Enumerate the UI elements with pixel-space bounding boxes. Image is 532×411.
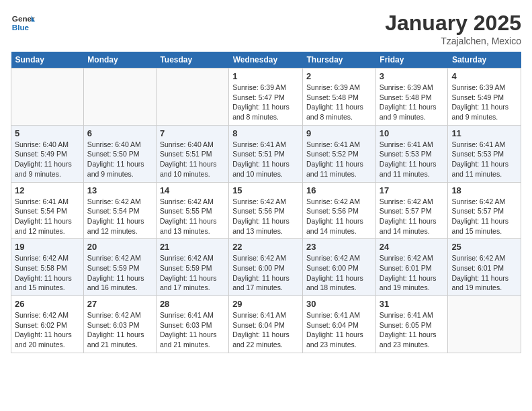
day-number: 18	[451, 185, 517, 195]
day-info: Sunrise: 6:41 AMSunset: 5:52 PMDaylight:…	[306, 140, 372, 179]
day-number: 27	[87, 299, 152, 309]
svg-text:Blue: Blue	[12, 23, 30, 32]
calendar-cell: 30Sunrise: 6:41 AMSunset: 6:04 PMDayligh…	[303, 296, 376, 353]
calendar-cell: 1Sunrise: 6:39 AMSunset: 5:47 PMDaylight…	[229, 68, 303, 126]
calendar-cell: 29Sunrise: 6:41 AMSunset: 6:04 PMDayligh…	[229, 296, 303, 353]
week-row-5: 26Sunrise: 6:42 AMSunset: 6:02 PMDayligh…	[11, 296, 521, 353]
day-number: 21	[160, 242, 225, 252]
calendar-cell: 12Sunrise: 6:41 AMSunset: 5:54 PMDayligh…	[11, 182, 84, 239]
location: Tzajalchen, Mexico	[385, 36, 521, 46]
day-number: 29	[232, 299, 299, 309]
day-number: 19	[15, 242, 80, 252]
calendar-cell: 27Sunrise: 6:42 AMSunset: 6:03 PMDayligh…	[83, 296, 156, 353]
calendar-cell: 28Sunrise: 6:41 AMSunset: 6:03 PMDayligh…	[156, 296, 228, 353]
day-number: 23	[306, 242, 372, 252]
day-number: 13	[87, 185, 152, 195]
calendar-cell: 9Sunrise: 6:41 AMSunset: 5:52 PMDaylight…	[303, 125, 376, 182]
day-info: Sunrise: 6:42 AMSunset: 5:54 PMDaylight:…	[87, 197, 152, 236]
day-info: Sunrise: 6:41 AMSunset: 6:03 PMDaylight:…	[160, 310, 225, 350]
calendar-cell: 20Sunrise: 6:42 AMSunset: 5:59 PMDayligh…	[83, 239, 156, 296]
title-block: January 2025 Tzajalchen, Mexico	[385, 11, 521, 46]
day-number: 26	[15, 299, 80, 309]
day-number: 31	[380, 299, 445, 309]
calendar-cell: 2Sunrise: 6:39 AMSunset: 5:48 PMDaylight…	[303, 68, 376, 126]
day-number: 6	[87, 128, 152, 138]
calendar-cell: 10Sunrise: 6:41 AMSunset: 5:53 PMDayligh…	[375, 125, 448, 182]
day-info: Sunrise: 6:39 AMSunset: 5:49 PMDaylight:…	[451, 83, 517, 122]
day-number: 1	[232, 71, 299, 81]
day-number: 16	[306, 185, 372, 195]
day-info: Sunrise: 6:39 AMSunset: 5:48 PMDaylight:…	[306, 83, 372, 122]
day-number: 5	[15, 128, 80, 138]
calendar-cell	[156, 68, 228, 126]
calendar-cell: 19Sunrise: 6:42 AMSunset: 5:58 PMDayligh…	[11, 239, 84, 296]
calendar-cell: 16Sunrise: 6:42 AMSunset: 5:56 PMDayligh…	[303, 182, 376, 239]
calendar-header-row: SundayMondayTuesdayWednesdayThursdayFrid…	[11, 52, 521, 68]
week-row-2: 5Sunrise: 6:40 AMSunset: 5:49 PMDaylight…	[11, 125, 521, 182]
calendar-cell: 3Sunrise: 6:39 AMSunset: 5:48 PMDaylight…	[375, 68, 448, 126]
calendar-cell: 21Sunrise: 6:42 AMSunset: 5:59 PMDayligh…	[156, 239, 228, 296]
day-info: Sunrise: 6:39 AMSunset: 5:48 PMDaylight:…	[380, 83, 445, 122]
logo: General Blue	[11, 11, 35, 35]
calendar-cell: 11Sunrise: 6:41 AMSunset: 5:53 PMDayligh…	[448, 125, 521, 182]
calendar-cell: 7Sunrise: 6:40 AMSunset: 5:51 PMDaylight…	[156, 125, 228, 182]
calendar-cell: 25Sunrise: 6:42 AMSunset: 6:01 PMDayligh…	[448, 239, 521, 296]
day-number: 24	[380, 242, 445, 252]
day-info: Sunrise: 6:42 AMSunset: 5:55 PMDaylight:…	[160, 197, 225, 236]
day-info: Sunrise: 6:42 AMSunset: 5:59 PMDaylight:…	[87, 253, 152, 293]
calendar-cell: 26Sunrise: 6:42 AMSunset: 6:02 PMDayligh…	[11, 296, 84, 353]
day-info: Sunrise: 6:39 AMSunset: 5:47 PMDaylight:…	[232, 83, 299, 122]
col-header-saturday: Saturday	[448, 52, 521, 68]
col-header-sunday: Sunday	[11, 52, 84, 68]
day-info: Sunrise: 6:42 AMSunset: 5:59 PMDaylight:…	[160, 253, 225, 293]
calendar-cell: 5Sunrise: 6:40 AMSunset: 5:49 PMDaylight…	[11, 125, 84, 182]
day-info: Sunrise: 6:42 AMSunset: 5:56 PMDaylight:…	[306, 197, 372, 236]
day-info: Sunrise: 6:42 AMSunset: 5:56 PMDaylight:…	[232, 197, 299, 236]
day-info: Sunrise: 6:42 AMSunset: 6:02 PMDaylight:…	[15, 310, 80, 350]
day-info: Sunrise: 6:42 AMSunset: 6:00 PMDaylight:…	[232, 253, 299, 293]
day-info: Sunrise: 6:41 AMSunset: 5:54 PMDaylight:…	[15, 197, 80, 236]
day-info: Sunrise: 6:41 AMSunset: 5:51 PMDaylight:…	[232, 140, 299, 179]
calendar-cell: 17Sunrise: 6:42 AMSunset: 5:57 PMDayligh…	[375, 182, 448, 239]
day-info: Sunrise: 6:42 AMSunset: 6:01 PMDaylight:…	[380, 253, 445, 293]
calendar-cell: 23Sunrise: 6:42 AMSunset: 6:00 PMDayligh…	[303, 239, 376, 296]
day-info: Sunrise: 6:42 AMSunset: 6:03 PMDaylight:…	[87, 310, 152, 350]
calendar-cell: 22Sunrise: 6:42 AMSunset: 6:00 PMDayligh…	[229, 239, 303, 296]
page-header: General Blue January 2025 Tzajalchen, Me…	[11, 11, 521, 46]
calendar-cell: 4Sunrise: 6:39 AMSunset: 5:49 PMDaylight…	[448, 68, 521, 126]
calendar-cell: 31Sunrise: 6:41 AMSunset: 6:05 PMDayligh…	[375, 296, 448, 353]
day-info: Sunrise: 6:41 AMSunset: 6:05 PMDaylight:…	[380, 310, 445, 350]
day-number: 17	[380, 185, 445, 195]
day-info: Sunrise: 6:40 AMSunset: 5:51 PMDaylight:…	[160, 140, 225, 179]
day-info: Sunrise: 6:40 AMSunset: 5:49 PMDaylight:…	[15, 140, 80, 179]
calendar-cell: 8Sunrise: 6:41 AMSunset: 5:51 PMDaylight…	[229, 125, 303, 182]
day-number: 30	[306, 299, 372, 309]
day-number: 15	[232, 185, 299, 195]
calendar-table: SundayMondayTuesdayWednesdayThursdayFrid…	[11, 52, 521, 353]
calendar-cell: 13Sunrise: 6:42 AMSunset: 5:54 PMDayligh…	[83, 182, 156, 239]
day-info: Sunrise: 6:42 AMSunset: 6:00 PMDaylight:…	[306, 253, 372, 293]
day-info: Sunrise: 6:41 AMSunset: 5:53 PMDaylight:…	[380, 140, 445, 179]
day-number: 14	[160, 185, 225, 195]
day-number: 3	[380, 71, 445, 81]
day-number: 4	[451, 71, 517, 81]
col-header-monday: Monday	[83, 52, 156, 68]
day-number: 25	[451, 242, 517, 252]
day-info: Sunrise: 6:42 AMSunset: 6:01 PMDaylight:…	[451, 253, 517, 293]
day-info: Sunrise: 6:42 AMSunset: 5:58 PMDaylight:…	[15, 253, 80, 293]
day-number: 8	[232, 128, 299, 138]
day-number: 20	[87, 242, 152, 252]
col-header-thursday: Thursday	[303, 52, 376, 68]
calendar-cell: 18Sunrise: 6:42 AMSunset: 5:57 PMDayligh…	[448, 182, 521, 239]
col-header-wednesday: Wednesday	[229, 52, 303, 68]
day-info: Sunrise: 6:41 AMSunset: 6:04 PMDaylight:…	[232, 310, 299, 350]
day-number: 7	[160, 128, 225, 138]
day-info: Sunrise: 6:41 AMSunset: 5:53 PMDaylight:…	[451, 140, 517, 179]
day-number: 11	[451, 128, 517, 138]
calendar-cell: 14Sunrise: 6:42 AMSunset: 5:55 PMDayligh…	[156, 182, 228, 239]
week-row-3: 12Sunrise: 6:41 AMSunset: 5:54 PMDayligh…	[11, 182, 521, 239]
week-row-1: 1Sunrise: 6:39 AMSunset: 5:47 PMDaylight…	[11, 68, 521, 126]
day-number: 12	[15, 185, 80, 195]
day-info: Sunrise: 6:42 AMSunset: 5:57 PMDaylight:…	[380, 197, 445, 236]
day-info: Sunrise: 6:42 AMSunset: 5:57 PMDaylight:…	[451, 197, 517, 236]
